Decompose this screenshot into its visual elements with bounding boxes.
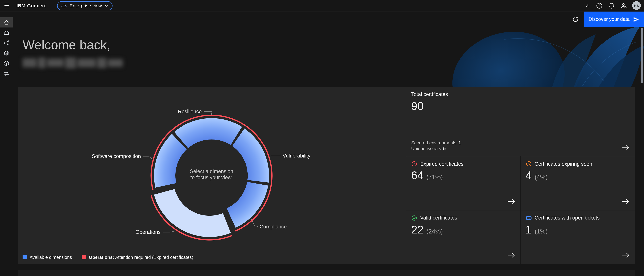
legend-item-attention: Operations: Attention required (Expired … — [82, 255, 193, 260]
view-switcher-label: Enterprise view — [70, 3, 102, 8]
bell-icon — [608, 2, 615, 9]
hamburger-menu-button[interactable] — [0, 0, 13, 11]
sidebar-item-data-flow[interactable] — [0, 69, 13, 79]
enterprise-view-switcher[interactable]: Enterprise view — [57, 1, 112, 10]
legend-swatch-blue — [22, 255, 26, 259]
main-content: Discover your data Welcome back, — [13, 11, 644, 276]
chevron-down-icon — [104, 3, 108, 7]
ai-icon-text: AI — [586, 4, 589, 7]
discover-button-label: Discover your data — [588, 16, 630, 22]
stat-card-certificates-expiring-soon: Certificates expiring soon 4 (4%) — [520, 156, 634, 210]
header-actions: AI ? KS — [581, 0, 644, 11]
total-certificates-title: Total certificates — [411, 91, 630, 97]
chart-legend: Available dimensions Operations: Attenti… — [22, 255, 193, 260]
total-card-stats: Secured environments:1 Unique issuers:5 — [411, 140, 461, 151]
donut-segment-resilience[interactable] — [174, 118, 242, 148]
sidebar-item-toolbox[interactable] — [0, 27, 13, 38]
side-navigation — [0, 11, 13, 276]
welcome-greeting: Welcome back, — [22, 38, 644, 53]
expired-clock-icon — [411, 161, 418, 167]
legend-item-available: Available dimensions — [22, 255, 72, 260]
app-window: IBM Concert Enterprise view AI ? KS — [0, 0, 644, 276]
avatar-initials: KS — [634, 3, 639, 7]
arrow-right-icon — [622, 198, 630, 204]
segment-label-operations: Operations — [136, 229, 160, 236]
dimension-donut-card: Resilience Vulnerability Compliance Oper… — [18, 87, 406, 264]
notifications-button[interactable] — [606, 0, 618, 11]
package-icon — [3, 60, 10, 67]
send-icon — [633, 16, 639, 22]
vertical-scrollbar — [641, 28, 643, 258]
ticket-icon — [526, 215, 532, 221]
stat-card-arrow-link[interactable] — [620, 252, 630, 259]
stat-card-arrow-link[interactable] — [506, 252, 516, 259]
unique-issuers-stat: Unique issuers:5 — [411, 145, 461, 151]
sidebar-item-package[interactable] — [0, 58, 13, 69]
total-card-footer: Secured environments:1 Unique issuers:5 — [411, 140, 630, 151]
stat-card-valid-certificates: Valid certificates 22 (24%) — [406, 210, 520, 264]
stat-card-certificates-with-open-tickets: Certificates with open tickets 1 (1%) — [520, 210, 634, 264]
user-settings-icon — [620, 2, 627, 9]
content-toolbar: Discover your data — [13, 11, 644, 27]
brand-product-name: Concert — [27, 3, 46, 8]
dashboard: Resilience Vulnerability Compliance Oper… — [18, 87, 634, 264]
scrollbar-thumb[interactable] — [641, 28, 643, 83]
stat-card-expired-certificates: Expired certificates 64 (71%) — [406, 156, 520, 210]
segment-label-compliance: Compliance — [260, 224, 287, 230]
total-certificates-card: Total certificates 90 Secured environmen… — [406, 87, 634, 156]
connector-software-composition — [143, 156, 152, 159]
refresh-button[interactable] — [569, 13, 582, 26]
center-text-line2: to focus your view. — [174, 175, 248, 181]
valid-check-icon — [411, 215, 418, 221]
ai-assistant-icon: AI — [584, 2, 590, 9]
sidebar-item-home[interactable] — [0, 17, 13, 27]
expiring-clock-icon — [526, 161, 532, 167]
help-glyph: ? — [598, 3, 600, 7]
brand-prefix: IBM — [16, 3, 26, 8]
connector-operations — [162, 231, 176, 232]
arrow-right-icon — [507, 252, 516, 258]
arrow-right-icon — [622, 252, 630, 258]
segment-label-resilience: Resilience — [178, 109, 202, 115]
stat-card-arrow-link[interactable] — [620, 197, 630, 205]
center-text-line1: Select a dimension — [174, 169, 248, 175]
brand[interactable]: IBM Concert — [16, 3, 46, 8]
legend-swatch-red — [82, 255, 86, 259]
redacted-user-name — [22, 56, 125, 70]
secured-environments-stat: Secured environments:1 — [411, 140, 461, 145]
help-button[interactable]: ? — [593, 0, 606, 11]
home-icon — [3, 19, 10, 25]
top-header-bar: IBM Concert Enterprise view AI ? KS — [0, 0, 644, 11]
cloud-icon — [61, 3, 67, 8]
total-certificates-arrow-link[interactable] — [620, 143, 630, 151]
user-settings-button[interactable] — [618, 0, 630, 11]
donut-segment-operations[interactable] — [154, 189, 231, 237]
layers-icon — [3, 50, 10, 56]
avatar[interactable]: KS — [632, 1, 641, 10]
segment-label-vulnerability: Vulnerability — [282, 153, 310, 159]
help-icon: ? — [596, 2, 602, 9]
total-certificates-value: 90 — [411, 100, 630, 113]
toolbox-icon — [3, 30, 10, 36]
arrow-right-icon — [622, 144, 630, 150]
sidebar-item-network[interactable] — [0, 38, 13, 48]
donut-segment-compliance[interactable] — [227, 182, 268, 228]
sidebar-item-layers[interactable] — [0, 48, 13, 58]
segment-label-software-composition: Software composition — [92, 153, 141, 160]
network-icon — [3, 40, 10, 46]
arrow-right-icon — [507, 198, 516, 204]
data-flow-icon — [3, 71, 10, 77]
certificates-summary-panel: Total certificates 90 Secured environmen… — [406, 87, 634, 264]
legend-label-available: Available dimensions — [30, 255, 72, 260]
ai-assistant-button[interactable]: AI — [581, 0, 593, 11]
refresh-icon — [572, 16, 579, 22]
donut-center-text: Select a dimension to focus your view. — [174, 169, 248, 181]
app-body: Discover your data Welcome back, — [0, 11, 644, 276]
legend-label-attention: Operations: Attention required (Expired … — [89, 255, 193, 260]
stat-card-arrow-link[interactable] — [506, 197, 516, 205]
welcome-section: Welcome back, — [22, 38, 644, 70]
discover-your-data-button[interactable]: Discover your data — [584, 11, 644, 27]
hamburger-icon — [4, 2, 10, 9]
next-section-peek — [18, 270, 634, 276]
